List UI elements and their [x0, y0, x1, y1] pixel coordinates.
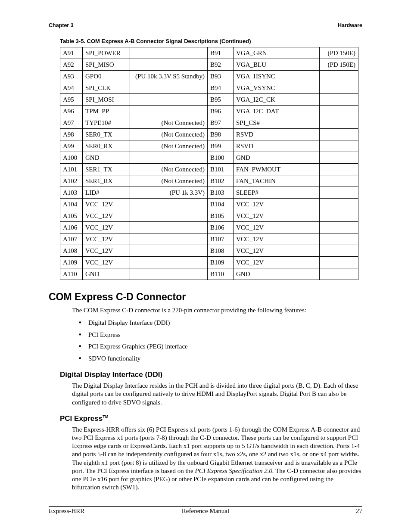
- note-b: (PD 150E): [320, 59, 358, 71]
- pin-a: A101: [60, 164, 83, 175]
- pin-a: A100: [60, 152, 83, 164]
- table-row: A93GPO0(PU 10k 3.3V S5 Standby)B93VGA_HS…: [60, 71, 358, 82]
- note-a: (Not Connected): [130, 164, 208, 175]
- pin-b: B98: [208, 129, 234, 140]
- pin-b: B105: [208, 210, 234, 222]
- pin-a: A104: [60, 199, 83, 210]
- table-row: A103LID#(PU 1k 3.3V)B103SLEEP#: [60, 187, 358, 199]
- note-a: [130, 210, 208, 222]
- note-a: [130, 257, 208, 268]
- note-a: [130, 152, 208, 164]
- pin-a: A105: [60, 210, 83, 222]
- table-row: A101SER1_TX(Not Connected)B101FAN_PWMOUT: [60, 164, 358, 175]
- signal-table: A91SPI_POWERB91VGA_GRN(PD 150E)A92SPI_MI…: [60, 47, 358, 280]
- note-a: [130, 199, 208, 210]
- signal-a: VCC_12V: [83, 210, 130, 222]
- table-row: A106VCC_12VB106VCC_12V: [60, 222, 358, 233]
- pin-b: B92: [208, 59, 234, 71]
- pin-b: B109: [208, 257, 234, 268]
- signal-b: VGA_GRN: [234, 47, 320, 59]
- signal-a: VCC_12V: [83, 257, 130, 268]
- note-b: [320, 222, 358, 233]
- feature-list: Digital Display Interface (DDI)PCI Expre…: [79, 319, 362, 363]
- pin-a: A91: [60, 47, 83, 59]
- note-b: [320, 199, 358, 210]
- table-row: A104VCC_12VB104VCC_12V: [60, 199, 358, 210]
- note-b: [320, 245, 358, 257]
- note-b: [320, 117, 358, 129]
- pin-b: B102: [208, 175, 234, 187]
- table-row: A96TPM_PPB96VGA_I2C_DAT: [60, 106, 358, 117]
- note-b: [320, 233, 358, 245]
- signal-b: FAN_PWMOUT: [234, 164, 320, 175]
- note-a: [130, 106, 208, 117]
- signal-b: RSVD: [234, 140, 320, 152]
- pin-a: A92: [60, 59, 83, 71]
- table-row: A94SPI_CLKB94VGA_VSYNC: [60, 82, 358, 94]
- signal-b: VCC_12V: [234, 199, 320, 210]
- signal-a: SER0_RX: [83, 140, 130, 152]
- note-a: (PU 1k 3.3V): [130, 187, 208, 199]
- table-row: A95SPI_MOSIB95VGA_I2C_CK: [60, 94, 358, 106]
- pci-heading-text: PCI Express: [60, 414, 103, 423]
- signal-a: SER1_RX: [83, 175, 130, 187]
- note-a: [130, 82, 208, 94]
- signal-a: VCC_12V: [83, 199, 130, 210]
- pci-paragraph: The Express-HRR offers six (6) PCI Expre…: [72, 426, 362, 492]
- table-row: A100GNDB100GND: [60, 152, 358, 164]
- note-b: [320, 129, 358, 140]
- note-a: [130, 222, 208, 233]
- note-b: [320, 82, 358, 94]
- pin-b: B97: [208, 117, 234, 129]
- pin-a: A107: [60, 233, 83, 245]
- running-header: Chapter 3 Hardware: [49, 22, 362, 30]
- pin-b: B104: [208, 199, 234, 210]
- signal-a: SPI_MISO: [83, 59, 130, 71]
- signal-b: VCC_12V: [234, 222, 320, 233]
- pin-a: A95: [60, 94, 83, 106]
- pin-b: B101: [208, 164, 234, 175]
- table-row: A110GNDB110GND: [60, 268, 358, 280]
- note-b: [320, 175, 358, 187]
- pin-a: A102: [60, 175, 83, 187]
- section-heading: COM Express C-D Connector: [49, 291, 362, 303]
- note-a: [130, 268, 208, 280]
- signal-a: VCC_12V: [83, 233, 130, 245]
- note-b: [320, 71, 358, 82]
- note-a: [130, 233, 208, 245]
- pci-heading: PCI ExpressTM: [60, 414, 362, 423]
- footer-center: Reference Manual: [49, 507, 362, 515]
- pin-b: B103: [208, 187, 234, 199]
- note-a: (Not Connected): [130, 129, 208, 140]
- list-item: PCI Express: [79, 331, 362, 339]
- note-b: [320, 268, 358, 280]
- note-b: [320, 106, 358, 117]
- signal-a: GPO0: [83, 71, 130, 82]
- header-left: Chapter 3: [49, 22, 74, 28]
- signal-a: LID#: [83, 187, 130, 199]
- pin-b: B91: [208, 47, 234, 59]
- signal-a: SER0_TX: [83, 129, 130, 140]
- note-b: [320, 140, 358, 152]
- pin-b: B100: [208, 152, 234, 164]
- pin-b: B94: [208, 82, 234, 94]
- note-b: [320, 187, 358, 199]
- running-footer: Express-HRR Reference Manual 27: [49, 506, 362, 515]
- note-b: [320, 94, 358, 106]
- note-a: (PU 10k 3.3V S5 Standby): [130, 71, 208, 82]
- signal-b: GND: [234, 152, 320, 164]
- signal-b: VCC_12V: [234, 233, 320, 245]
- signal-a: VCC_12V: [83, 245, 130, 257]
- pci-para-italic: PCI Express Specification 2.0.: [195, 467, 274, 474]
- pin-a: A103: [60, 187, 83, 199]
- signal-b: VGA_I2C_CK: [234, 94, 320, 106]
- signal-b: GND: [234, 268, 320, 280]
- pin-b: B107: [208, 233, 234, 245]
- note-b: [320, 210, 358, 222]
- note-b: [320, 164, 358, 175]
- note-b: (PD 150E): [320, 47, 358, 59]
- note-a: [130, 94, 208, 106]
- pin-a: A96: [60, 106, 83, 117]
- list-item: PCI Express Graphics (PEG) interface: [79, 342, 362, 351]
- header-right: Hardware: [338, 22, 362, 28]
